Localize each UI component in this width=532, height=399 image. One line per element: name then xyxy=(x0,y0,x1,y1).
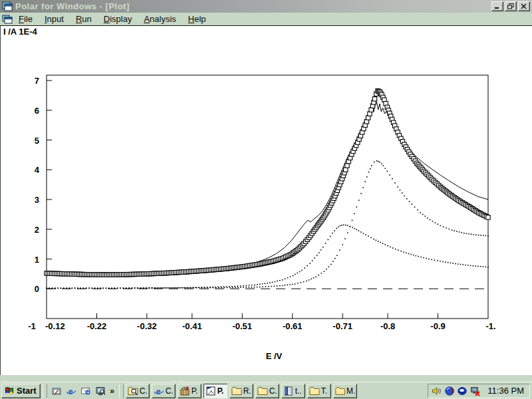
search-folder-icon xyxy=(128,386,138,396)
screen: { "window": { "title": "Polar for Window… xyxy=(0,0,532,399)
task-button-label: T. xyxy=(321,386,327,396)
svg-text:-0.9: -0.9 xyxy=(430,321,445,331)
task-button-9[interactable]: M. xyxy=(333,384,357,398)
quicklaunch-web-channels[interactable] xyxy=(93,384,108,398)
quicklaunch-overflow-chevron[interactable]: » xyxy=(108,384,117,398)
title-bar: Polar for Windows - [Plot] xyxy=(0,0,532,13)
task-button-6[interactable]: C. xyxy=(255,384,279,398)
task-button-1[interactable]: C. xyxy=(126,384,150,398)
taskbar: Start e » xyxy=(0,382,532,399)
menu-item-file[interactable]: File xyxy=(19,13,33,25)
svg-text:0: 0 xyxy=(35,284,39,294)
taskbar-grip[interactable] xyxy=(43,384,47,398)
folder-icon xyxy=(257,386,268,396)
menu-item-help[interactable]: Help xyxy=(188,13,206,25)
task-button-4-active[interactable]: P. xyxy=(203,384,227,398)
web-channels-icon xyxy=(95,386,106,396)
minimize-icon xyxy=(494,3,501,9)
task-button-label: C. xyxy=(166,386,174,396)
plot-svg: I /A 1E-4E /V-101234567-0.12-0.22-0.32-0… xyxy=(1,26,532,375)
menu-item-display[interactable]: Display xyxy=(104,13,132,25)
restore-icon xyxy=(507,3,514,9)
task-button-5[interactable]: R. xyxy=(229,384,253,398)
task-button-label: R. xyxy=(243,386,251,396)
menu-item-run[interactable]: Run xyxy=(76,13,92,25)
folder-icon xyxy=(335,386,345,396)
svg-text:-0.12: -0.12 xyxy=(45,321,65,331)
svg-text:-0.61: -0.61 xyxy=(283,321,303,331)
window-title: Polar for Windows - [Plot] xyxy=(15,1,130,11)
internet-explorer-icon: e xyxy=(154,386,164,396)
svg-text:-0.71: -0.71 xyxy=(332,321,352,331)
quicklaunch-show-desktop[interactable] xyxy=(49,384,64,398)
svg-text:I /A 1E-4: I /A 1E-4 xyxy=(3,27,38,37)
close-icon xyxy=(521,3,527,9)
task-button-3[interactable]: P. xyxy=(178,384,201,398)
system-tray: 11:36 PM xyxy=(428,384,530,398)
svg-text:-0.32: -0.32 xyxy=(137,321,157,331)
menu-item-analysis[interactable]: Analysis xyxy=(144,13,176,25)
svg-text:-0.51: -0.51 xyxy=(232,321,252,331)
svg-text:4: 4 xyxy=(35,165,40,175)
svg-text:e: e xyxy=(156,386,160,396)
quicklaunch-internet-explorer[interactable]: e xyxy=(64,384,78,398)
svg-text:e: e xyxy=(68,386,72,396)
document-window-icon[interactable] xyxy=(2,14,13,25)
polar-plot-icon xyxy=(205,386,216,396)
show-desktop-icon xyxy=(51,386,62,396)
window-controls xyxy=(491,1,530,11)
start-button[interactable]: Start xyxy=(1,384,41,398)
folder-icon xyxy=(309,386,320,396)
svg-text:5: 5 xyxy=(35,136,39,146)
task-button-label: t.. xyxy=(295,386,302,396)
svg-text:6: 6 xyxy=(35,106,39,116)
windows-flag-icon xyxy=(4,386,15,396)
volume-icon[interactable] xyxy=(432,386,442,396)
app-icon[interactable] xyxy=(2,1,13,12)
outlook-express-icon xyxy=(80,386,91,396)
quicklaunch-outlook-express[interactable] xyxy=(78,384,93,398)
svg-text:7: 7 xyxy=(35,76,39,86)
package-icon xyxy=(180,386,190,396)
blue-capsule-icon[interactable] xyxy=(457,386,467,396)
svg-text:-0.8: -0.8 xyxy=(380,321,395,331)
svg-text:E /V: E /V xyxy=(266,351,283,361)
svg-text:-1.: -1. xyxy=(485,321,495,331)
task-button-label: M. xyxy=(346,386,355,396)
svg-text:-0.41: -0.41 xyxy=(182,321,202,331)
task-button-label: P. xyxy=(192,386,198,396)
minimize-button[interactable] xyxy=(491,1,503,11)
close-button[interactable] xyxy=(518,1,530,11)
menu-item-input[interactable]: Input xyxy=(45,13,64,25)
task-button-7[interactable]: t.. xyxy=(281,384,305,398)
network-offline-icon[interactable] xyxy=(469,386,480,396)
plot-client-area: I /A 1E-4E /V-101234567-0.12-0.22-0.32-0… xyxy=(0,25,532,375)
menu-bar: File Input Run Display Analysis Help xyxy=(0,13,532,25)
task-button-label: C. xyxy=(140,386,148,396)
task-button-8[interactable]: T. xyxy=(307,384,331,398)
task-button-label: P. xyxy=(217,386,224,396)
restore-button[interactable] xyxy=(505,1,517,11)
notebook-icon xyxy=(283,386,294,396)
svg-text:1: 1 xyxy=(35,255,39,265)
svg-text:-0.22: -0.22 xyxy=(87,321,107,331)
clock: 11:36 PM xyxy=(487,386,524,396)
start-label: Start xyxy=(17,386,37,396)
folder-icon xyxy=(231,386,242,396)
svg-text:2: 2 xyxy=(35,225,39,235)
task-button-2[interactable]: e C. xyxy=(152,384,176,398)
svg-text:-1: -1 xyxy=(28,321,36,331)
blue-orb-icon[interactable] xyxy=(444,386,455,396)
taskbar-grip-2[interactable] xyxy=(119,384,124,398)
task-button-label: C. xyxy=(269,386,277,396)
internet-explorer-icon: e xyxy=(66,386,76,396)
svg-text:3: 3 xyxy=(35,195,39,205)
